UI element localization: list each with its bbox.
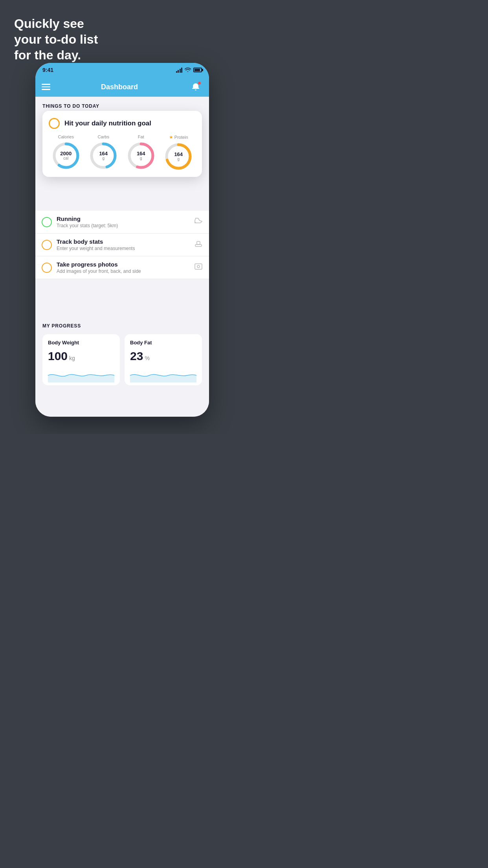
todo-item[interactable]: Take progress photos Add images of your … — [35, 256, 209, 279]
donut-value: 164 — [174, 152, 183, 157]
progress-section: MY PROGRESS Body Weight 100 kg Body Fat … — [35, 317, 209, 385]
donut-center: 164 g — [89, 142, 117, 170]
phone-frame: 9:41 Dashboard — [35, 63, 209, 417]
donut-unit: g — [177, 157, 180, 161]
todo-item[interactable]: Running Track your stats (target: 5km) — [35, 211, 209, 234]
nutrition-grid: Calories 2000 cal Carbs 164 g Fat — [49, 134, 196, 171]
todo-list: Running Track your stats (target: 5km) T… — [35, 211, 209, 279]
nav-title: Dashboard — [101, 83, 138, 91]
wave-chart — [130, 368, 196, 383]
nutrition-checkbox[interactable] — [49, 118, 60, 129]
todo-item[interactable]: Track body stats Enter your weight and m… — [35, 234, 209, 256]
todo-checkbox[interactable] — [42, 263, 52, 273]
donut-unit: g — [140, 156, 142, 160]
progress-unit: % — [145, 355, 149, 361]
todo-name: Track body stats — [57, 238, 189, 245]
nutrition-label: ★Protein — [169, 134, 188, 140]
todo-icon — [194, 240, 203, 250]
todo-subtitle: Track your stats (target: 5km) — [57, 223, 189, 228]
notification-button[interactable] — [189, 80, 203, 94]
status-bar: 9:41 — [35, 63, 209, 77]
progress-card-title: Body Fat — [130, 340, 196, 346]
todo-name: Take progress photos — [57, 261, 189, 268]
wave-chart — [48, 368, 114, 383]
progress-value-row: 23 % — [130, 349, 196, 363]
todo-checkbox[interactable] — [42, 217, 52, 227]
svg-point-11 — [197, 265, 200, 268]
donut-chart: 164 g — [127, 142, 155, 170]
wifi-icon — [185, 67, 191, 73]
todo-icon — [194, 217, 203, 226]
progress-value: 100 — [48, 349, 68, 363]
todo-text: Running Track your stats (target: 5km) — [57, 215, 189, 228]
progress-card-title: Body Weight — [48, 340, 114, 346]
headline: Quickly see your to-do list for the day. — [14, 16, 98, 63]
hamburger-menu[interactable] — [42, 84, 50, 90]
nutrition-item: Fat 164 g — [127, 134, 155, 170]
phone-content: THINGS TO DO TODAY Hit your daily nutrit… — [35, 97, 209, 417]
donut-center: 164 g — [164, 142, 193, 171]
notification-dot — [198, 81, 201, 85]
todo-checkbox[interactable] — [42, 240, 52, 250]
progress-value-row: 100 kg — [48, 349, 114, 363]
nutrition-item: Calories 2000 cal — [52, 134, 80, 170]
nutrition-item: Carbs 164 g — [89, 134, 117, 170]
todo-name: Running — [57, 215, 189, 222]
donut-chart: 2000 cal — [52, 142, 80, 170]
progress-value: 23 — [130, 349, 143, 363]
nutrition-item: ★Protein 164 g — [164, 134, 193, 171]
progress-unit: kg — [69, 355, 75, 361]
headline-line2: your to-do list — [14, 32, 98, 46]
headline-line1: Quickly see — [14, 17, 84, 31]
donut-center: 2000 cal — [52, 142, 80, 170]
status-time: 9:41 — [42, 67, 53, 73]
progress-title: MY PROGRESS — [42, 323, 202, 329]
donut-unit: cal — [63, 156, 68, 160]
nutrition-card-title: Hit your daily nutrition goal — [64, 120, 151, 127]
donut-value: 2000 — [60, 151, 72, 156]
svg-rect-9 — [197, 241, 200, 245]
donut-unit: g — [102, 156, 105, 160]
progress-card[interactable]: Body Fat 23 % — [125, 334, 202, 385]
nutrition-card-title-row: Hit your daily nutrition goal — [49, 118, 196, 129]
progress-card[interactable]: Body Weight 100 kg — [42, 334, 120, 385]
todo-subtitle: Enter your weight and measurements — [57, 246, 189, 251]
svg-rect-10 — [195, 264, 202, 269]
nutrition-label: Fat — [138, 134, 144, 139]
things-today-title: THINGS TO DO TODAY — [42, 103, 99, 109]
donut-value: 164 — [137, 151, 145, 156]
battery-icon — [193, 68, 202, 72]
todo-text: Track body stats Enter your weight and m… — [57, 238, 189, 251]
headline-line3: for the day. — [14, 48, 81, 62]
nav-bar: Dashboard — [35, 77, 209, 97]
progress-cards: Body Weight 100 kg Body Fat 23 % — [42, 334, 202, 385]
nutrition-card: Hit your daily nutrition goal Calories 2… — [42, 111, 202, 177]
donut-center: 164 g — [127, 142, 155, 170]
todo-icon — [194, 263, 203, 272]
nutrition-label: Carbs — [98, 134, 109, 139]
things-today-header: THINGS TO DO TODAY — [35, 97, 209, 112]
donut-chart: 164 g — [164, 142, 193, 171]
donut-chart: 164 g — [89, 142, 117, 170]
todo-subtitle: Add images of your front, back, and side — [57, 268, 189, 274]
donut-value: 164 — [99, 151, 108, 156]
nutrition-label: Calories — [58, 134, 74, 139]
todo-text: Take progress photos Add images of your … — [57, 261, 189, 274]
status-icons — [176, 67, 202, 73]
signal-icon — [176, 67, 183, 73]
